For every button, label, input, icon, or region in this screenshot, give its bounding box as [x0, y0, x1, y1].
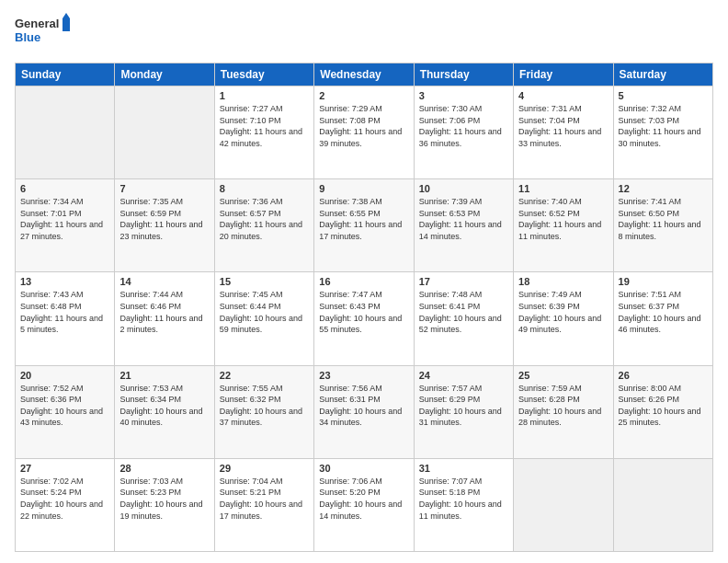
day-number: 25 — [518, 370, 608, 381]
day-info: Sunrise: 7:32 AM Sunset: 7:03 PM Dayligh… — [619, 103, 708, 149]
calendar-cell: 20Sunrise: 7:52 AM Sunset: 6:36 PM Dayli… — [16, 365, 115, 458]
calendar-cell — [613, 458, 712, 551]
day-info: Sunrise: 7:04 AM Sunset: 5:21 PM Dayligh… — [220, 476, 309, 522]
calendar-week-row: 20Sunrise: 7:52 AM Sunset: 6:36 PM Dayli… — [16, 365, 713, 458]
calendar-cell — [115, 86, 214, 179]
day-info: Sunrise: 7:51 AM Sunset: 6:37 PM Dayligh… — [619, 289, 708, 335]
day-number: 24 — [419, 370, 508, 381]
calendar-cell: 2Sunrise: 7:29 AM Sunset: 7:08 PM Daylig… — [314, 86, 414, 179]
calendar-cell: 3Sunrise: 7:30 AM Sunset: 7:06 PM Daylig… — [414, 86, 513, 179]
calendar-week-row: 6Sunrise: 7:34 AM Sunset: 7:01 PM Daylig… — [16, 179, 713, 272]
day-info: Sunrise: 7:06 AM Sunset: 5:20 PM Dayligh… — [319, 476, 408, 522]
day-number: 31 — [419, 463, 508, 474]
day-info: Sunrise: 7:35 AM Sunset: 6:59 PM Dayligh… — [119, 196, 209, 242]
calendar-week-row: 13Sunrise: 7:43 AM Sunset: 6:48 PM Dayli… — [16, 272, 713, 365]
day-number: 1 — [220, 90, 309, 101]
day-info: Sunrise: 7:31 AM Sunset: 7:04 PM Dayligh… — [518, 103, 608, 149]
day-info: Sunrise: 7:27 AM Sunset: 7:10 PM Dayligh… — [220, 103, 309, 149]
calendar-cell: 24Sunrise: 7:57 AM Sunset: 6:29 PM Dayli… — [414, 365, 513, 458]
day-info: Sunrise: 7:47 AM Sunset: 6:43 PM Dayligh… — [319, 289, 408, 335]
svg-text:Blue: Blue — [15, 30, 40, 44]
day-info: Sunrise: 7:49 AM Sunset: 6:39 PM Dayligh… — [518, 289, 608, 335]
day-info: Sunrise: 7:43 AM Sunset: 6:48 PM Dayligh… — [20, 289, 109, 335]
day-number: 18 — [518, 276, 608, 287]
calendar-cell: 21Sunrise: 7:53 AM Sunset: 6:34 PM Dayli… — [115, 365, 214, 458]
day-number: 23 — [319, 370, 408, 381]
day-info: Sunrise: 7:45 AM Sunset: 6:44 PM Dayligh… — [220, 289, 309, 335]
calendar-cell: 16Sunrise: 7:47 AM Sunset: 6:43 PM Dayli… — [314, 272, 414, 365]
header: General Blue — [15, 11, 713, 55]
day-info: Sunrise: 7:41 AM Sunset: 6:50 PM Dayligh… — [619, 196, 708, 242]
calendar-cell: 14Sunrise: 7:44 AM Sunset: 6:46 PM Dayli… — [115, 272, 214, 365]
day-info: Sunrise: 7:36 AM Sunset: 6:57 PM Dayligh… — [220, 196, 309, 242]
calendar-header-sunday: Sunday — [16, 63, 115, 86]
calendar-cell: 12Sunrise: 7:41 AM Sunset: 6:50 PM Dayli… — [613, 179, 712, 272]
calendar-week-row: 27Sunrise: 7:02 AM Sunset: 5:24 PM Dayli… — [16, 458, 713, 551]
day-number: 28 — [119, 463, 209, 474]
calendar-cell: 13Sunrise: 7:43 AM Sunset: 6:48 PM Dayli… — [16, 272, 115, 365]
calendar-cell: 26Sunrise: 8:00 AM Sunset: 6:26 PM Dayli… — [613, 365, 712, 458]
day-number: 22 — [220, 370, 309, 381]
day-number: 11 — [518, 183, 608, 194]
calendar-header-tuesday: Tuesday — [214, 63, 313, 86]
day-info: Sunrise: 7:56 AM Sunset: 6:31 PM Dayligh… — [319, 383, 408, 429]
calendar-cell: 8Sunrise: 7:36 AM Sunset: 6:57 PM Daylig… — [214, 179, 313, 272]
calendar-cell: 28Sunrise: 7:03 AM Sunset: 5:23 PM Dayli… — [115, 458, 214, 551]
day-info: Sunrise: 7:38 AM Sunset: 6:55 PM Dayligh… — [319, 196, 408, 242]
calendar-header-saturday: Saturday — [613, 63, 712, 86]
day-number: 2 — [319, 90, 408, 101]
day-number: 19 — [619, 276, 708, 287]
day-info: Sunrise: 7:52 AM Sunset: 6:36 PM Dayligh… — [20, 383, 109, 429]
day-info: Sunrise: 7:29 AM Sunset: 7:08 PM Dayligh… — [319, 103, 408, 149]
calendar-cell: 10Sunrise: 7:39 AM Sunset: 6:53 PM Dayli… — [414, 179, 513, 272]
calendar-cell — [16, 86, 115, 179]
calendar-table: SundayMondayTuesdayWednesdayThursdayFrid… — [15, 63, 713, 552]
calendar-cell: 19Sunrise: 7:51 AM Sunset: 6:37 PM Dayli… — [613, 272, 712, 365]
day-info: Sunrise: 7:57 AM Sunset: 6:29 PM Dayligh… — [419, 383, 508, 429]
day-info: Sunrise: 7:07 AM Sunset: 5:18 PM Dayligh… — [419, 476, 508, 522]
calendar-header-friday: Friday — [514, 63, 613, 86]
day-number: 30 — [319, 463, 408, 474]
day-info: Sunrise: 7:30 AM Sunset: 7:06 PM Dayligh… — [419, 103, 508, 149]
calendar-cell: 31Sunrise: 7:07 AM Sunset: 5:18 PM Dayli… — [414, 458, 513, 551]
calendar-header-thursday: Thursday — [414, 63, 513, 86]
day-info: Sunrise: 7:34 AM Sunset: 7:01 PM Dayligh… — [20, 196, 109, 242]
day-number: 10 — [419, 183, 508, 194]
day-number: 29 — [220, 463, 309, 474]
day-number: 13 — [20, 276, 109, 287]
day-number: 27 — [20, 463, 109, 474]
day-number: 12 — [619, 183, 708, 194]
calendar-cell: 27Sunrise: 7:02 AM Sunset: 5:24 PM Dayli… — [16, 458, 115, 551]
day-info: Sunrise: 7:40 AM Sunset: 6:52 PM Dayligh… — [518, 196, 608, 242]
day-info: Sunrise: 8:00 AM Sunset: 6:26 PM Dayligh… — [619, 383, 708, 429]
logo: General Blue — [15, 11, 70, 55]
day-number: 4 — [518, 90, 608, 101]
calendar-header-wednesday: Wednesday — [314, 63, 414, 86]
logo-icon: General Blue — [15, 11, 70, 52]
day-number: 8 — [220, 183, 309, 194]
calendar-cell: 5Sunrise: 7:32 AM Sunset: 7:03 PM Daylig… — [613, 86, 712, 179]
calendar-cell: 11Sunrise: 7:40 AM Sunset: 6:52 PM Dayli… — [514, 179, 613, 272]
svg-text:General: General — [15, 17, 59, 30]
calendar-cell: 9Sunrise: 7:38 AM Sunset: 6:55 PM Daylig… — [314, 179, 414, 272]
day-info: Sunrise: 7:59 AM Sunset: 6:28 PM Dayligh… — [518, 383, 608, 429]
calendar-cell: 18Sunrise: 7:49 AM Sunset: 6:39 PM Dayli… — [514, 272, 613, 365]
calendar-header-monday: Monday — [115, 63, 214, 86]
day-number: 3 — [419, 90, 508, 101]
calendar-cell: 25Sunrise: 7:59 AM Sunset: 6:28 PM Dayli… — [514, 365, 613, 458]
page: General Blue SundayMondayTuesdayWednesda… — [0, 0, 728, 563]
calendar-header-row: SundayMondayTuesdayWednesdayThursdayFrid… — [16, 63, 713, 86]
day-number: 6 — [20, 183, 109, 194]
calendar-cell: 7Sunrise: 7:35 AM Sunset: 6:59 PM Daylig… — [115, 179, 214, 272]
day-number: 15 — [220, 276, 309, 287]
calendar-cell: 6Sunrise: 7:34 AM Sunset: 7:01 PM Daylig… — [16, 179, 115, 272]
calendar-week-row: 1Sunrise: 7:27 AM Sunset: 7:10 PM Daylig… — [16, 86, 713, 179]
day-number: 26 — [619, 370, 708, 381]
calendar-cell: 22Sunrise: 7:55 AM Sunset: 6:32 PM Dayli… — [214, 365, 313, 458]
day-number: 9 — [319, 183, 408, 194]
calendar-cell: 30Sunrise: 7:06 AM Sunset: 5:20 PM Dayli… — [314, 458, 414, 551]
calendar-cell: 4Sunrise: 7:31 AM Sunset: 7:04 PM Daylig… — [514, 86, 613, 179]
day-info: Sunrise: 7:48 AM Sunset: 6:41 PM Dayligh… — [419, 289, 508, 335]
calendar-cell — [514, 458, 613, 551]
calendar-cell: 23Sunrise: 7:56 AM Sunset: 6:31 PM Dayli… — [314, 365, 414, 458]
